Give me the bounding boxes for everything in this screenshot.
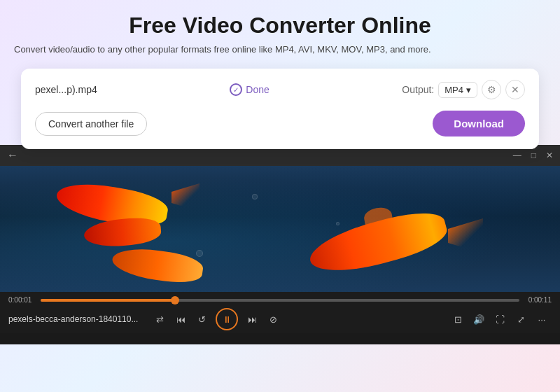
fullscreen-icon: ⛶: [496, 314, 505, 325]
bubble-1: [252, 194, 258, 200]
maximize-button[interactable]: □: [531, 150, 536, 160]
prev-button[interactable]: ⏮: [171, 309, 190, 329]
progress-row: 0:00:01 0:00:11: [8, 296, 552, 304]
koi-tail-1: [448, 218, 483, 253]
time-total: 0:00:11: [525, 296, 552, 304]
more-button[interactable]: ···: [532, 309, 552, 329]
koi-fish-1: [308, 215, 462, 271]
back-button[interactable]: ←: [7, 149, 18, 162]
repeat-icon: ↺: [198, 314, 206, 325]
converter-card: pexel...p).mp4 ✓ Done Output: MP4 ▾ ⚙ ✕: [21, 69, 539, 149]
video-area[interactable]: [0, 166, 560, 292]
controls-row: pexels-becca-anderson-1840110... ⇄ ⏮ ↺ ⏸…: [8, 308, 552, 330]
koi-fish-3: [84, 215, 168, 250]
zoom-icon: ⤢: [517, 314, 525, 325]
mute-button[interactable]: ⊘: [263, 309, 283, 329]
fullscreen-button[interactable]: ⛶: [490, 309, 510, 329]
volume-icon: 🔊: [473, 314, 484, 325]
repeat-button[interactable]: ↺: [192, 309, 211, 329]
shuffle-icon: ⇄: [156, 314, 164, 325]
progress-thumb: [171, 296, 179, 304]
player-controls-bar: 0:00:01 0:00:11 pexels-becca-anderson-18…: [0, 292, 560, 333]
download-button[interactable]: Download: [433, 111, 525, 136]
selected-format: MP4: [444, 85, 463, 95]
format-select[interactable]: MP4 ▾: [438, 82, 477, 98]
time-current: 0:00:01: [8, 296, 35, 304]
skip-button[interactable]: ⏭: [242, 309, 262, 329]
gear-icon: ⚙: [487, 84, 496, 95]
skip-icon: ⏭: [248, 314, 257, 325]
done-status: ✓ Done: [106, 83, 394, 96]
chevron-down-icon: ▾: [466, 85, 471, 95]
more-icon: ···: [538, 314, 546, 325]
pip-button[interactable]: ⊡: [448, 309, 468, 329]
prev-icon: ⏮: [176, 314, 186, 325]
page-subtitle: Convert video/audio to any other popular…: [14, 44, 546, 55]
zoom-button[interactable]: ⤢: [511, 309, 531, 329]
minimize-button[interactable]: —: [513, 150, 522, 160]
page-wrapper: Free Video Converter Online Convert vide…: [0, 0, 560, 344]
volume-button[interactable]: 🔊: [469, 309, 489, 329]
player-filename: pexels-becca-anderson-1840110...: [8, 314, 148, 324]
right-controls: ⊡ 🔊 ⛶ ⤢ ···: [448, 309, 552, 329]
page-title: Free Video Converter Online: [14, 13, 546, 38]
play-pause-button[interactable]: ⏸: [216, 308, 238, 330]
titlebar-controls: — □ ✕: [513, 150, 553, 160]
window-close-button[interactable]: ✕: [546, 150, 553, 160]
progress-track[interactable]: [41, 299, 519, 302]
file-name: pexel...p).mp4: [35, 84, 97, 95]
check-icon: ✓: [230, 83, 242, 96]
top-section: Free Video Converter Online Convert vide…: [0, 0, 560, 62]
close-icon: ✕: [511, 84, 519, 95]
koi-body-4: [111, 244, 205, 286]
koi-tail-2: [172, 183, 200, 211]
koi-body-3: [83, 216, 162, 248]
card-bottom-row: Convert another file Download: [35, 111, 525, 136]
close-button[interactable]: ✕: [505, 80, 525, 99]
settings-button[interactable]: ⚙: [482, 80, 501, 99]
pip-icon: ⊡: [454, 314, 462, 325]
output-section: Output: MP4 ▾ ⚙ ✕: [402, 80, 525, 99]
pause-icon: ⏸: [223, 314, 232, 325]
status-label: Done: [246, 84, 269, 95]
convert-another-button[interactable]: Convert another file: [35, 112, 147, 136]
card-top-row: pexel...p).mp4 ✓ Done Output: MP4 ▾ ⚙ ✕: [35, 80, 525, 99]
shuffle-button[interactable]: ⇄: [150, 309, 169, 329]
media-player-window: ← — □ ✕: [0, 145, 560, 344]
output-label: Output:: [402, 84, 434, 95]
progress-fill: [41, 299, 175, 302]
video-frame: [0, 166, 560, 292]
mute-icon: ⊘: [270, 314, 277, 325]
koi-fish-4: [112, 246, 217, 285]
